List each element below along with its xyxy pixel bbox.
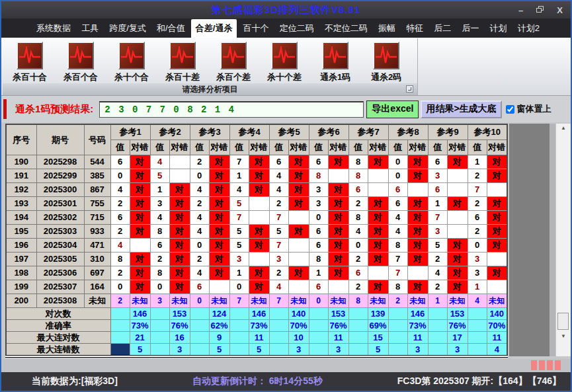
value-cell[interactable]: 2 — [348, 197, 368, 211]
status-cell[interactable]: 对 — [169, 211, 190, 225]
issue-cell[interactable]: 2025307 — [36, 280, 84, 294]
value-cell[interactable]: 0 — [110, 280, 130, 294]
status-cell[interactable] — [447, 183, 468, 197]
value-cell[interactable]: 7 — [229, 294, 249, 308]
status-cell[interactable]: 对 — [130, 253, 150, 266]
value-cell[interactable]: 4 — [269, 169, 288, 183]
value-cell[interactable]: 4 — [388, 211, 407, 225]
status-cell[interactable]: 对 — [169, 280, 190, 294]
status-cell[interactable]: 对 — [487, 169, 507, 183]
summary-spacer-cell[interactable] — [229, 308, 249, 320]
status-cell[interactable]: 未知 — [407, 294, 428, 308]
status-cell[interactable]: 对 — [447, 197, 468, 211]
summary-spacer-cell[interactable] — [428, 344, 447, 357]
menu-item-11[interactable]: 后一 — [457, 19, 483, 38]
summary-spacer-cell[interactable] — [229, 332, 249, 344]
value-cell[interactable]: 8 — [348, 169, 368, 183]
status-cell[interactable] — [130, 239, 150, 253]
value-cell[interactable]: 4 — [110, 239, 130, 253]
status-cell[interactable]: 对 — [249, 183, 269, 197]
status-cell[interactable]: 对 — [368, 225, 388, 239]
value-cell[interactable]: 4 — [269, 280, 288, 294]
value-cell[interactable]: 6 — [269, 155, 288, 169]
summary-value-cell[interactable]: 5 — [249, 344, 269, 357]
summary-spacer-cell[interactable] — [309, 332, 328, 344]
issue-cell[interactable]: 2025304 — [36, 239, 84, 253]
value-cell[interactable]: 6 — [190, 280, 209, 294]
value-cell[interactable]: 7 — [428, 211, 447, 225]
menu-item-2[interactable]: 跨度/复式 — [104, 19, 151, 38]
summary-value-cell[interactable]: 21 — [130, 332, 150, 344]
seq-cell[interactable]: 196 — [6, 239, 36, 253]
summary-spacer-cell[interactable] — [229, 344, 249, 357]
value-cell[interactable]: 0 — [348, 239, 368, 253]
number-cell[interactable]: 933 — [84, 225, 110, 239]
status-cell[interactable]: 对 — [169, 266, 190, 280]
value-cell[interactable]: 6 — [309, 225, 328, 239]
number-cell[interactable]: 697 — [84, 266, 110, 280]
value-cell[interactable]: 3 — [428, 225, 447, 239]
status-cell[interactable] — [487, 183, 507, 197]
status-cell[interactable] — [209, 280, 229, 294]
seq-cell[interactable]: 193 — [6, 197, 36, 211]
status-cell[interactable]: 对 — [130, 225, 150, 239]
summary-value-cell[interactable]: 153 — [169, 308, 190, 320]
value-cell[interactable]: 7 — [269, 239, 288, 253]
summary-value-cell[interactable]: 140 — [288, 308, 309, 320]
status-cell[interactable]: 对 — [288, 197, 309, 211]
summary-spacer-cell[interactable] — [150, 344, 169, 357]
summary-spacer-cell[interactable] — [468, 332, 487, 344]
status-cell[interactable] — [368, 266, 388, 280]
tool-button-1[interactable]: 杀百个合 — [59, 42, 102, 83]
summary-spacer-cell[interactable] — [428, 308, 447, 320]
status-cell[interactable]: 对 — [249, 239, 269, 253]
menu-item-13[interactable]: 计划2 — [513, 19, 544, 38]
value-cell[interactable]: 2 — [269, 266, 288, 280]
value-cell[interactable]: 0 — [309, 211, 328, 225]
status-cell[interactable]: 对 — [209, 197, 229, 211]
status-cell[interactable]: 未知 — [288, 294, 309, 308]
value-cell[interactable]: 2 — [428, 280, 447, 294]
value-cell[interactable]: 2 — [348, 280, 368, 294]
scrollbar-thumb[interactable] — [557, 313, 569, 330]
value-cell[interactable]: 6 — [428, 183, 447, 197]
number-cell[interactable]: 715 — [84, 211, 110, 225]
summary-value-cell[interactable]: 146 — [407, 308, 428, 320]
status-cell[interactable]: 对 — [328, 266, 348, 280]
issue-cell[interactable]: 2025306 — [36, 266, 84, 280]
value-cell[interactable]: 2 — [348, 253, 368, 266]
summary-value-cell[interactable]: 146 — [130, 308, 150, 320]
summary-value-cell[interactable]: 11 — [328, 332, 348, 344]
value-cell[interactable]: 6 — [309, 280, 328, 294]
status-cell[interactable] — [368, 183, 388, 197]
status-cell[interactable]: 对 — [487, 225, 507, 239]
number-cell[interactable]: 310 — [84, 253, 110, 266]
value-cell[interactable]: 4 — [190, 183, 209, 197]
status-cell[interactable]: 对 — [169, 239, 190, 253]
status-cell[interactable]: 对 — [209, 183, 229, 197]
value-cell[interactable]: 5 — [229, 225, 249, 239]
value-cell[interactable]: 3 — [229, 253, 249, 266]
summary-value-cell[interactable]: 3 — [447, 344, 468, 357]
status-cell[interactable]: 对 — [288, 266, 309, 280]
summary-value-cell[interactable]: 76% — [328, 320, 348, 332]
seq-cell[interactable]: 195 — [6, 225, 36, 239]
status-cell[interactable] — [328, 169, 348, 183]
value-cell[interactable]: 8 — [388, 280, 407, 294]
status-cell[interactable]: 未知 — [249, 294, 269, 308]
seq-cell[interactable]: 199 — [6, 280, 36, 294]
status-cell[interactable]: 对 — [328, 155, 348, 169]
summary-value-cell[interactable]: 3 — [288, 344, 309, 357]
value-cell[interactable]: 2 — [110, 266, 130, 280]
value-cell[interactable]: 1 — [229, 266, 249, 280]
summary-spacer-cell[interactable] — [428, 320, 447, 332]
value-cell[interactable]: 2 — [110, 197, 130, 211]
value-cell[interactable]: 3 — [309, 197, 328, 211]
vertical-scrollbar[interactable]: ▲ ▼ — [555, 124, 571, 356]
value-cell[interactable]: 4 — [348, 225, 368, 239]
value-cell[interactable]: 2 — [110, 294, 130, 308]
value-cell[interactable]: 4 — [190, 266, 209, 280]
summary-spacer-cell[interactable] — [269, 332, 288, 344]
summary-value-cell[interactable]: 153 — [328, 308, 348, 320]
value-cell[interactable]: 8 — [309, 253, 328, 266]
